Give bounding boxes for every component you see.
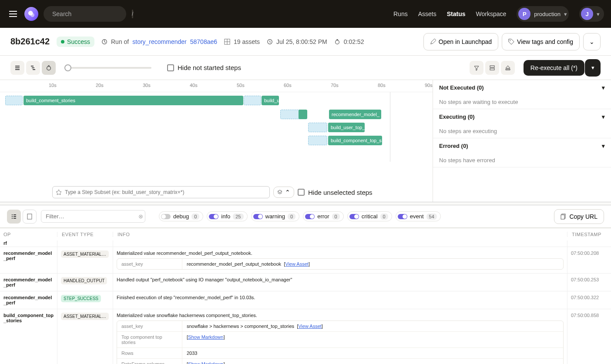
kv-value: recommender_model_perf_output_notebook [… <box>182 259 563 269</box>
nav-workspace[interactable]: Workspace <box>476 10 507 17</box>
hamburger-button[interactable] <box>7 8 19 20</box>
status-dot-icon <box>61 40 64 43</box>
more-actions-button[interactable]: ⌄ <box>583 33 601 50</box>
cell-op: build_component_top_stories <box>0 309 57 364</box>
section-title: Executing (0) <box>439 114 475 120</box>
level-info-toggle[interactable]: info25 <box>207 211 247 221</box>
cell-timestamp: 07:50:00.858 <box>567 309 611 364</box>
chevron-down-icon: ⌄ <box>589 38 594 45</box>
kv-value: [Show Markdown] <box>182 359 563 364</box>
toggle-panel1-button[interactable] <box>485 61 499 75</box>
avatar: J <box>581 8 593 20</box>
level-critical-toggle[interactable]: critical0 <box>347 211 392 221</box>
step-subset-input[interactable] <box>52 186 270 198</box>
cell-type: ASSET_MATERIALIZAT… <box>57 309 113 364</box>
raw-log-button[interactable] <box>23 210 37 224</box>
axis-tick: 30s <box>143 83 151 88</box>
kv-link[interactable]: Show Markdown <box>188 361 223 364</box>
toggle-icon <box>209 214 218 219</box>
gantt-bar-prep[interactable] <box>308 136 327 145</box>
gantt-bar-prep[interactable] <box>244 96 261 105</box>
clear-filter-icon[interactable]: ⊗ <box>138 213 143 220</box>
nav-status[interactable]: Status <box>447 10 466 17</box>
gantt-toolbar: Hide not started steps Re-execute all (*… <box>0 56 611 80</box>
kv-link[interactable]: View Asset <box>285 261 309 267</box>
waterfall-view-button[interactable] <box>26 61 40 75</box>
svg-rect-9 <box>490 66 494 67</box>
chevron-down-icon: ▾ <box>602 143 605 149</box>
job-link[interactable]: story_recommender <box>132 38 187 45</box>
assets-count[interactable]: 19 assets <box>224 38 260 45</box>
errored-section: Errored (0)▾ No steps have errored <box>433 138 611 167</box>
svg-point-8 <box>47 66 51 70</box>
level-debug-toggle[interactable]: debug0 <box>159 211 203 221</box>
pane-divider[interactable] <box>0 202 611 205</box>
structured-log-button[interactable] <box>7 210 21 224</box>
axis-tick: 70s <box>331 83 339 88</box>
user-menu[interactable]: J ▾ <box>579 6 604 22</box>
gantt-bar[interactable]: build_component_top_s <box>328 136 382 145</box>
executing-header[interactable]: Executing (0)▾ <box>433 109 611 124</box>
snapshot-link[interactable]: 58708ae6 <box>190 38 217 45</box>
toggle-icon <box>161 214 171 219</box>
reexecute-menu-button[interactable]: ▾ <box>585 59 601 77</box>
run-of-label: Run of <box>111 38 129 45</box>
table-row[interactable]: build_component_top_storiesASSET_MATERIA… <box>0 309 611 364</box>
time-view-button[interactable] <box>42 61 56 75</box>
chevron-down-icon: ▾ <box>597 11 600 17</box>
global-search[interactable]: / <box>44 6 126 22</box>
table-row-partial: rf <box>0 240 611 247</box>
kv-link[interactable]: Show Markdown <box>188 334 223 340</box>
app-logo[interactable] <box>24 7 38 21</box>
slider-thumb[interactable] <box>64 64 71 71</box>
open-launchpad-button[interactable]: Open in Launchpad <box>423 33 498 50</box>
gantt-bar[interactable]: build_comment_stories <box>24 96 243 105</box>
view-tags-button[interactable]: View tags and config <box>502 33 580 50</box>
level-name: warning <box>265 213 285 220</box>
gantt-chart[interactable]: 10s 20s 30s 40s 50s 60s 70s 80s 90s buil… <box>0 80 433 202</box>
flat-view-button[interactable] <box>10 61 24 75</box>
kv-link[interactable]: View Asset <box>298 324 322 329</box>
table-row[interactable]: recommender_model_perfSTEP_SUCCESSFinish… <box>0 291 611 309</box>
search-input[interactable] <box>52 10 128 17</box>
section-body: No steps are waiting to execute <box>433 95 611 109</box>
copy-url-button[interactable]: Copy URL <box>554 209 604 224</box>
zoom-slider[interactable] <box>64 67 151 69</box>
gantt-bar-prep[interactable] <box>308 123 327 132</box>
open-launchpad-label: Open in Launchpad <box>439 38 492 45</box>
copy-url-label: Copy URL <box>569 213 598 220</box>
level-warning-toggle[interactable]: warning0 <box>251 211 300 221</box>
nav-assets[interactable]: Assets <box>418 10 436 17</box>
errored-header[interactable]: Errored (0)▾ <box>433 138 611 154</box>
toggle-panel2-button[interactable] <box>501 61 515 75</box>
table-row[interactable]: recommender_model_perfHANDLED_OUTPUTHand… <box>0 273 611 291</box>
not-executed-section: Not Executed (0)▾ No steps are waiting t… <box>433 80 611 109</box>
history-icon <box>101 39 107 45</box>
subset-layers-button[interactable]: ⌃ <box>273 187 294 198</box>
magic-icon <box>56 189 62 195</box>
toggle-icon <box>253 214 263 219</box>
status-badge: Success <box>57 37 94 47</box>
table-row[interactable]: recommender_model_perfASSET_MATERIALIZAT… <box>0 247 611 273</box>
not-executed-header[interactable]: Not Executed (0)▾ <box>433 80 611 95</box>
section-body: No steps are executing <box>433 124 611 138</box>
assets-label: 19 assets <box>234 38 260 45</box>
level-count: 25 <box>233 214 243 220</box>
deployment-selector[interactable]: P production ▾ <box>517 6 569 22</box>
log-filter-input[interactable] <box>41 210 145 223</box>
level-error-toggle[interactable]: error0 <box>303 211 344 221</box>
hide-unselected-checkbox[interactable]: Hide unselected steps <box>298 189 373 196</box>
gantt-bar[interactable]: build_u <box>262 96 279 105</box>
gantt-bar[interactable]: build_user_top_ <box>328 123 365 132</box>
level-event-toggle[interactable]: event54 <box>396 211 441 221</box>
gantt-bar[interactable] <box>299 110 307 119</box>
copy-icon <box>561 214 567 220</box>
gantt-bar-prep[interactable] <box>5 96 23 105</box>
toggle-filter-button[interactable] <box>470 61 483 75</box>
gantt-body: build_comment_stories build_u recommende… <box>0 92 433 162</box>
nav-runs[interactable]: Runs <box>393 10 408 17</box>
gantt-bar[interactable]: recommender_model_ <box>329 110 381 119</box>
reexecute-button[interactable]: Re-execute all (*) <box>524 60 584 76</box>
hide-not-started-checkbox[interactable]: Hide not started steps <box>167 64 241 71</box>
svg-rect-11 <box>27 214 32 219</box>
